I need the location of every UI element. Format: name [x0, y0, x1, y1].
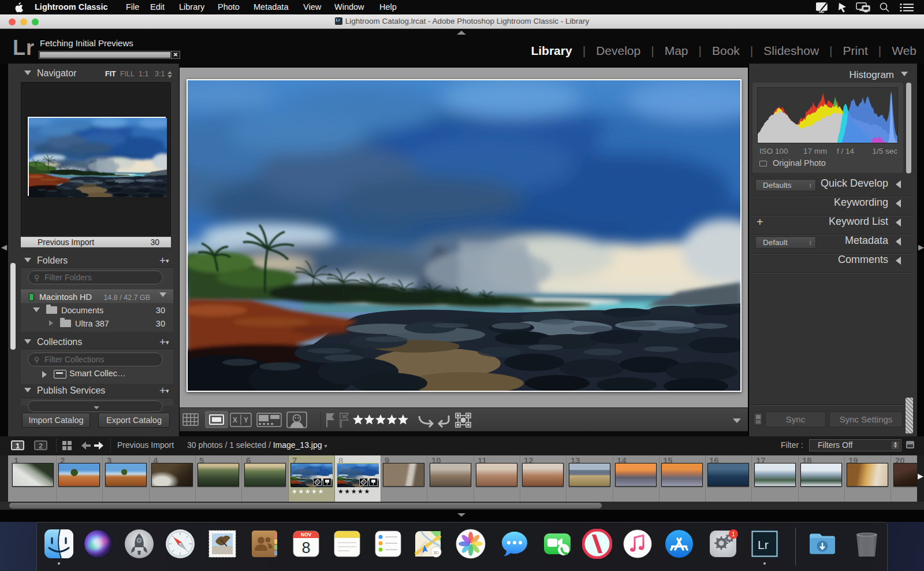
svg-text:X: X: [233, 416, 237, 424]
svg-text:3D: 3D: [433, 550, 439, 555]
svg-text:NOV: NOV: [301, 532, 312, 537]
svg-text:Lr: Lr: [758, 538, 769, 551]
svg-text:Y: Y: [244, 416, 248, 424]
svg-text:1: 1: [732, 531, 735, 537]
svg-text:8: 8: [301, 539, 310, 557]
